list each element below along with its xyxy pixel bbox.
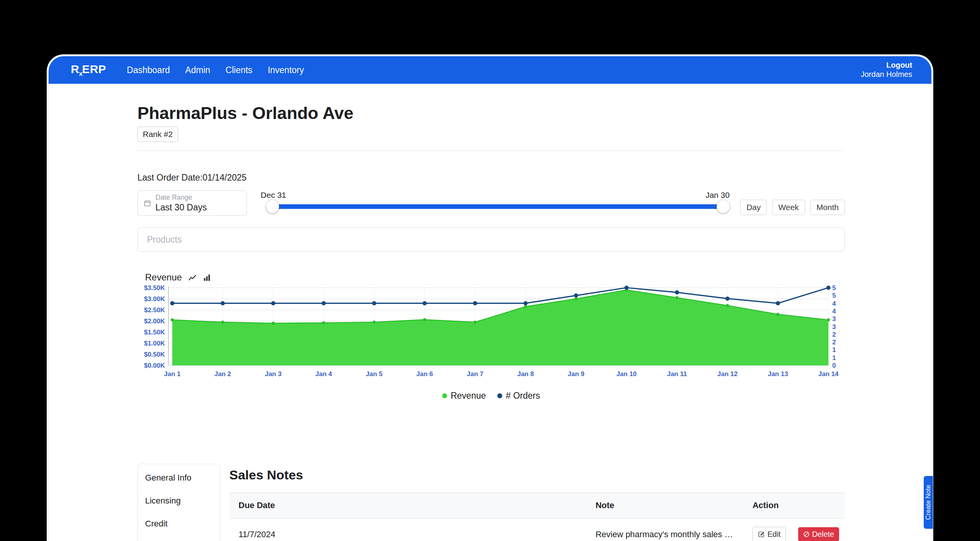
svg-text:Jan 11: Jan 11	[667, 370, 687, 378]
svg-text:$1.00K: $1.00K	[144, 340, 165, 347]
bottom-section: General Info Licensing Credit Sales Note…	[137, 464, 845, 541]
svg-text:1: 1	[832, 346, 836, 354]
line-chart-icon[interactable]	[188, 274, 196, 282]
month-button[interactable]: Month	[810, 200, 845, 215]
svg-text:Jan 7: Jan 7	[467, 370, 483, 378]
svg-text:3: 3	[832, 323, 836, 331]
logo-suffix: ERP	[82, 63, 106, 75]
svg-text:Jan 5: Jan 5	[366, 370, 382, 378]
chart-canvas: $3.50K$3.00K$2.50K$2.00K$1.50K$1.00K$0.5…	[137, 285, 845, 385]
svg-text:4: 4	[832, 308, 836, 315]
header-note: Note	[586, 493, 743, 518]
svg-text:Jan 4: Jan 4	[315, 370, 332, 378]
due-date-cell: 11/7/2024	[229, 518, 586, 541]
svg-text:1: 1	[832, 354, 836, 362]
edit-button[interactable]: Edit	[753, 527, 786, 541]
table-row: 11/7/2024 Review pharmacy's monthly sale…	[229, 518, 845, 541]
slider-handle-end[interactable]	[717, 200, 730, 213]
day-button[interactable]: Day	[740, 200, 767, 215]
sales-notes-table: Due Date Note Action 11/7/2024 Review ph…	[229, 492, 845, 541]
date-range-picker[interactable]: Date Range Last 30 Days	[137, 191, 247, 216]
nav-item-admin[interactable]: Admin	[185, 65, 210, 75]
nav-item-clients[interactable]: Clients	[225, 65, 252, 75]
svg-text:Jan 10: Jan 10	[616, 370, 637, 378]
page-title: PharmaPlus - Orlando Ave	[137, 104, 845, 123]
svg-text:Jan 9: Jan 9	[568, 370, 584, 378]
bar-chart-icon[interactable]	[203, 274, 211, 282]
edit-button-label: Edit	[768, 530, 781, 539]
delete-button[interactable]: Delete	[798, 527, 839, 541]
nav-item-dashboard[interactable]: Dashboard	[127, 65, 170, 75]
create-note-label: Create Note	[924, 485, 932, 520]
delete-icon	[803, 531, 810, 538]
last-order-date: Last Order Date:01/14/2025	[137, 172, 845, 183]
svg-text:$2.50K: $2.50K	[144, 306, 165, 314]
slider-start-label: Dec 31	[261, 191, 286, 200]
slider-labels: Dec 31 Jan 30	[261, 191, 730, 200]
sidebar-item-licensing[interactable]: Licensing	[138, 489, 220, 512]
slider-handle-start[interactable]	[266, 200, 279, 213]
header-due-date: Due Date	[229, 493, 586, 518]
svg-text:Jan 1: Jan 1	[164, 370, 180, 378]
svg-text:$3.00K: $3.00K	[144, 295, 165, 303]
calendar-icon	[144, 200, 151, 207]
app-window: RxERP Dashboard Admin Clients Inventory …	[47, 54, 933, 541]
pencil-icon	[758, 531, 764, 538]
date-range-value: Last 30 Days	[155, 202, 207, 212]
sales-notes-title: Sales Notes	[229, 468, 845, 482]
svg-text:$3.50K: $3.50K	[144, 285, 165, 292]
nav-item-inventory[interactable]: Inventory	[268, 65, 304, 75]
main-nav: Dashboard Admin Clients Inventory	[127, 65, 304, 75]
sales-notes-section: Sales Notes Due Date Note Action	[229, 464, 845, 541]
sidebar-item-general-info[interactable]: General Info	[138, 466, 220, 489]
legend-item-revenue: Revenue	[442, 391, 486, 401]
slider-end-label: Jan 30	[706, 191, 730, 200]
action-cell: Edit	[743, 518, 845, 541]
svg-text:4: 4	[832, 300, 836, 307]
date-range-slider[interactable]	[266, 204, 730, 209]
svg-text:$1.50K: $1.50K	[144, 329, 165, 336]
orders-legend-dot	[497, 393, 502, 398]
sidebar-item-credit[interactable]: Credit	[138, 512, 220, 535]
revenue-legend-label: Revenue	[451, 391, 486, 401]
create-note-tab[interactable]: Create Note	[924, 476, 933, 529]
filter-row: Date Range Last 30 Days Dec 31 Jan 30	[137, 191, 845, 216]
legend-item-orders: # Orders	[497, 391, 540, 401]
svg-text:0: 0	[832, 362, 836, 369]
table-header-row: Due Date Note Action	[229, 493, 845, 518]
svg-text:5: 5	[832, 292, 836, 299]
products-input[interactable]	[137, 227, 845, 252]
svg-text:Jan 12: Jan 12	[717, 370, 738, 378]
nav-user-block: Logout Jordan Holmes	[861, 61, 912, 79]
svg-text:$0.50K: $0.50K	[144, 351, 165, 358]
chart-legend: Revenue # Orders	[137, 390, 845, 401]
svg-text:Jan 3: Jan 3	[265, 370, 281, 378]
granularity-buttons: Day Week Month	[740, 200, 845, 215]
svg-text:5: 5	[832, 285, 836, 292]
week-button[interactable]: Week	[772, 200, 805, 215]
svg-text:2: 2	[832, 339, 836, 346]
date-range-text: Date Range Last 30 Days	[155, 194, 207, 212]
svg-text:Jan 6: Jan 6	[416, 370, 433, 378]
date-slider-block: Dec 31 Jan 30	[266, 191, 730, 216]
svg-text:2: 2	[832, 331, 836, 338]
screenshot-stage: RxERP Dashboard Admin Clients Inventory …	[0, 0, 980, 541]
logout-link[interactable]: Logout	[861, 61, 912, 70]
svg-text:Jan 2: Jan 2	[214, 370, 231, 378]
page-content: PharmaPlus - Orlando Ave Rank #2 Last Or…	[137, 104, 845, 541]
logo-prefix: R	[71, 63, 79, 75]
top-navbar: RxERP Dashboard Admin Clients Inventory …	[49, 56, 931, 84]
user-name: Jordan Holmes	[861, 70, 912, 79]
section-menu: General Info Licensing Credit	[137, 464, 220, 541]
app-logo[interactable]: RxERP	[71, 63, 106, 78]
orders-legend-label: # Orders	[506, 391, 540, 401]
svg-text:$2.00K: $2.00K	[144, 318, 165, 325]
date-range-label: Date Range	[155, 194, 207, 202]
svg-text:3: 3	[832, 315, 836, 323]
chart-header: Revenue	[145, 272, 845, 283]
title-divider	[137, 150, 845, 151]
revenue-legend-dot	[442, 393, 447, 398]
note-cell: Review pharmacy's monthly sales perf...	[586, 518, 743, 541]
rank-badge: Rank #2	[137, 127, 178, 142]
chart-title: Revenue	[145, 272, 182, 283]
